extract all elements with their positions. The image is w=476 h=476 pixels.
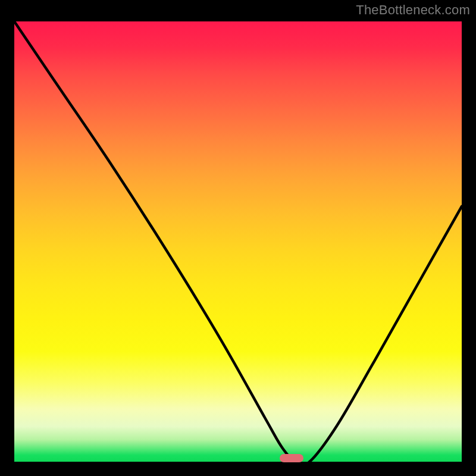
- chart-frame: TheBottleneck.com: [0, 0, 476, 476]
- optimal-marker: [280, 454, 303, 462]
- attribution-label: TheBottleneck.com: [356, 2, 470, 18]
- bottleneck-curve: [14, 21, 462, 462]
- plot-area: [14, 21, 462, 462]
